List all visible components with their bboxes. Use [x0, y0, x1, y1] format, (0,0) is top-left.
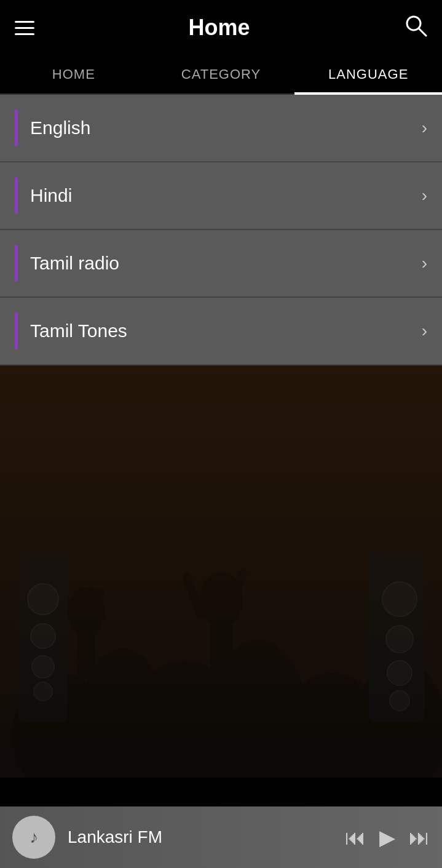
language-label: English [30, 117, 422, 138]
accent-bar [15, 313, 18, 349]
tab-category[interactable]: CATEGORY [148, 55, 295, 94]
list-item-hindi[interactable]: Hindi › [0, 162, 442, 230]
player-station: Lankasri FM [68, 827, 333, 847]
music-note-icon: ♪ [30, 827, 38, 847]
svg-point-20 [32, 656, 54, 678]
tab-bar: HOME CATEGORY LANGUAGE [0, 55, 442, 95]
search-icon[interactable] [404, 14, 427, 42]
language-label: Tamil Tones [30, 321, 422, 341]
accent-bar [15, 109, 18, 146]
accent-bar [15, 177, 18, 214]
svg-point-21 [34, 682, 52, 701]
list-item-tamil-radio[interactable]: Tamil radio › [0, 230, 442, 298]
svg-rect-14 [210, 624, 232, 679]
rewind-button[interactable]: ⏮ [345, 827, 366, 848]
fast-forward-button[interactable]: ⏭ [409, 827, 430, 848]
svg-point-26 [390, 691, 409, 711]
svg-rect-10 [77, 630, 95, 679]
app-header: Home [0, 0, 442, 55]
language-list: English › Hindi › Tamil radio › Tamil To… [0, 95, 442, 365]
chevron-right-icon: › [422, 321, 427, 341]
svg-point-18 [28, 584, 58, 615]
svg-point-25 [387, 661, 412, 685]
list-item-english[interactable]: English › [0, 95, 442, 162]
svg-point-24 [386, 626, 413, 653]
tab-home[interactable]: HOME [0, 55, 148, 94]
svg-point-23 [382, 582, 417, 616]
menu-icon[interactable] [15, 21, 34, 35]
page-title: Home [188, 15, 250, 41]
language-label: Tamil radio [30, 253, 422, 274]
background-image [0, 365, 442, 778]
language-label: Hindi [30, 185, 422, 206]
chevron-right-icon: › [422, 118, 427, 138]
play-button[interactable]: ▶ [379, 827, 395, 848]
player-controls: ⏮ ▶ ⏭ [345, 827, 430, 848]
list-item-tamil-tones[interactable]: Tamil Tones › [0, 298, 442, 365]
accent-bar [15, 245, 18, 282]
chevron-right-icon: › [422, 186, 427, 205]
chevron-right-icon: › [422, 253, 427, 273]
svg-point-19 [31, 624, 55, 648]
player-thumbnail[interactable]: ♪ [12, 816, 55, 859]
music-silhouette [0, 365, 442, 778]
player-bar: ♪ Lankasri FM ⏮ ▶ ⏭ [0, 806, 442, 868]
tab-language[interactable]: LANGUAGE [294, 55, 442, 94]
svg-line-1 [419, 28, 426, 36]
